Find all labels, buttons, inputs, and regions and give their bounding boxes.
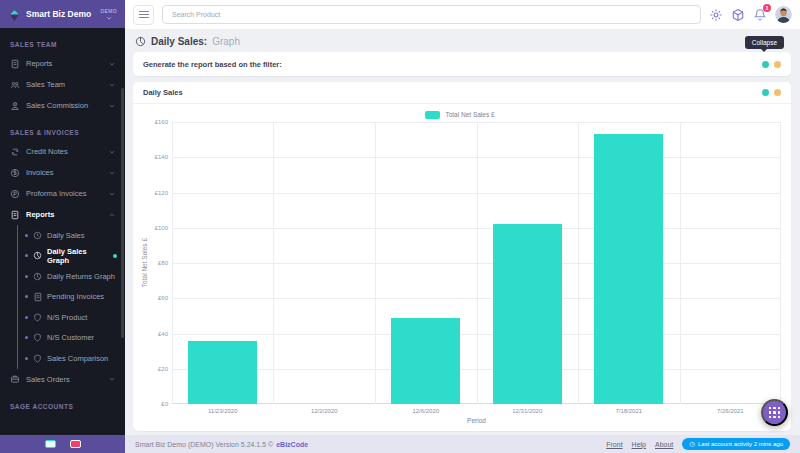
sidebar-subitem-daily-sales-graph[interactable]: Daily Sales Graph [18,246,125,267]
sidebar-item-reports[interactable]: Reports [0,204,125,225]
footer-link-help[interactable]: Help [632,441,646,448]
footer-brand-link[interactable]: eBizCode [276,441,308,448]
activity-badge[interactable]: ◷ Last account activity 2 mins ago [682,438,790,450]
sidebar-scrollbar[interactable] [121,88,124,338]
clock-icon: ◷ [689,441,695,448]
proforma-icon [10,189,20,199]
sidebar-subitem-sales-comparison[interactable]: Sales Comparison [18,348,125,369]
sidebar-section-label-sales-invoices: SALES & INVOICES [0,116,125,141]
sidebar-item-reports[interactable]: Reports [0,53,125,74]
sidebar-subitem-label: Daily Sales [47,231,85,240]
x-tick-label: 12/2/2020 [311,408,338,414]
document-icon [10,210,20,220]
collapse-dot-button[interactable] [762,61,769,68]
avatar[interactable] [775,6,792,23]
y-tick-label: £160 [155,119,168,125]
users-icon [10,80,20,90]
bar[interactable] [594,134,663,404]
sidebar-item-proforma-invoices[interactable]: Proforma Invoices [0,183,125,204]
footer: Smart Biz Demo (DEMO) Version 5.24.1.5 ©… [125,435,800,453]
chevron-down-icon [109,61,115,67]
reload-dot-button[interactable] [774,61,781,68]
apps-grid-fab-button[interactable] [761,399,788,426]
y-axis-ticks: £160£140£120£100£80£60£40£20£0 [150,122,172,404]
page-subtitle: Graph [212,36,240,47]
footer-link-front[interactable]: Front [606,441,622,448]
bar[interactable] [493,224,562,404]
sidebar-item-sales-orders[interactable]: Sales Orders [0,369,125,390]
x-tick-label: 12/31/2020 [512,408,542,414]
bar[interactable] [391,318,460,404]
y-tick-label: £100 [155,225,168,231]
sidebar-section-label-sage-accounts: SAGE ACCOUNTS [0,390,125,415]
bullet-icon [25,254,28,257]
app-root: Smart Biz Demo DEMO SALES TEAMReportsSal… [0,0,800,453]
pink-card-icon[interactable] [70,440,81,448]
sidebar-subitem-label: Daily Sales Graph [47,247,108,265]
sidebar-brand[interactable]: Smart Biz Demo DEMO [0,0,125,28]
grid-icon [769,407,780,418]
sidebar-item-label: Invoices [26,168,54,177]
bullet-icon [25,275,28,278]
sidebar-item-label: Sales Team [26,80,65,89]
sidebar-subitem-n-s-product[interactable]: N/S Product [18,307,125,328]
filter-card-label: Generate the report based on the filter: [143,60,282,69]
x-tick-label: 11/23/2020 [208,408,238,414]
gear-icon[interactable] [709,8,723,22]
sidebar-item-sales-team[interactable]: Sales Team [0,74,125,95]
teal-card-icon[interactable] [45,440,56,448]
v-gridline [578,122,579,404]
sidebar-subitem-daily-sales[interactable]: Daily Sales [18,225,125,246]
reload-dot-button[interactable] [774,89,781,96]
chart-card-header: Daily Sales [133,82,791,104]
chart-legend[interactable]: Total Net Sales £ [139,107,781,122]
sidebar-subitem-daily-returns-graph[interactable]: Daily Returns Graph [18,266,125,287]
sidebar-item-label: Sales Commission [26,101,88,110]
chevron-down-icon[interactable] [106,15,112,21]
x-tick-label: 7/26/2021 [717,408,744,414]
cube-icon[interactable] [731,8,745,22]
chevron-down-icon [109,170,115,176]
bell-icon[interactable]: 1 [753,8,767,22]
sidebar-subitem-label: Sales Comparison [47,354,108,363]
x-tick-label: 12/6/2020 [412,408,439,414]
brand-demo-group: DEMO [100,8,117,21]
collapse-dot-button[interactable] [762,89,769,96]
sidebar-subitem-pending-invoices[interactable]: Pending Invoices [18,287,125,308]
sidebar-item-label: Reports [26,59,52,68]
bullet-icon [25,357,28,360]
briefcase-icon [10,374,20,384]
pie-chart-icon [33,251,42,260]
search-input[interactable] [162,5,701,24]
sidebar-item-invoices[interactable]: Invoices [0,162,125,183]
footer-link-about[interactable]: About [655,441,673,448]
demo-badge: DEMO [100,8,117,14]
sidebar-item-label: Credit Notes [26,147,68,156]
pie-chart-icon [135,36,146,47]
sidebar-subitem-label: Pending Invoices [47,292,104,301]
clock-icon [33,231,42,240]
y-tick-label: £0 [161,401,168,407]
card-actions [762,61,781,68]
chart-card: Daily Sales Total Net Sales £ Total Net … [133,82,791,431]
sidebar-item-credit-notes[interactable]: Credit Notes [0,141,125,162]
sidebar-item-sales-commission[interactable]: Sales Commission [0,95,125,116]
chart-title: Daily Sales [143,88,183,97]
bar[interactable] [188,341,257,404]
sidebar: Smart Biz Demo DEMO SALES TEAMReportsSal… [0,0,125,453]
shield-icon [33,354,42,363]
x-axis-title: Period [172,417,781,427]
document-icon [10,59,20,69]
shield-icon [33,313,42,322]
sidebar-nav: SALES TEAMReportsSales TeamSales Commiss… [0,28,125,435]
legend-swatch [425,111,440,119]
hamburger-icon[interactable] [133,5,154,25]
collapse-tooltip: Collapse [745,36,784,49]
sidebar-subitem-n-s-customer[interactable]: N/S Customer [18,328,125,349]
y-tick-label: £80 [158,260,168,266]
chart-grid: Total Net Sales £ £160£140£120£100£80£60… [139,122,781,427]
sidebar-item-label: Reports [26,210,54,219]
v-gridline [680,122,681,404]
card-actions [762,89,781,96]
y-axis-title-cell: Total Net Sales £ [139,122,150,404]
